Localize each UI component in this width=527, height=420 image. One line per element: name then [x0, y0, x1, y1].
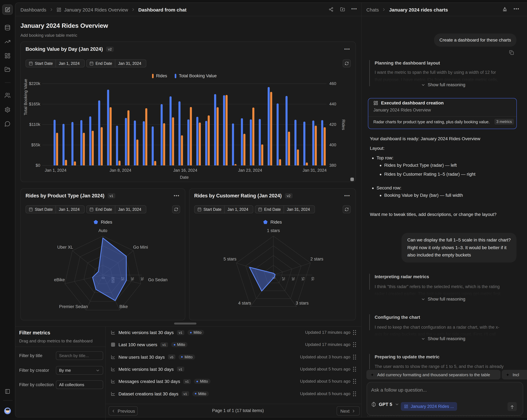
svg-text:3k: 3k: [140, 277, 144, 281]
svg-text:6k: 6k: [311, 277, 315, 281]
svg-text:2k: 2k: [281, 277, 285, 281]
svg-text:5k: 5k: [301, 277, 305, 281]
svg-text:3k: 3k: [130, 277, 134, 281]
svg-text:3k: 3k: [291, 277, 295, 281]
